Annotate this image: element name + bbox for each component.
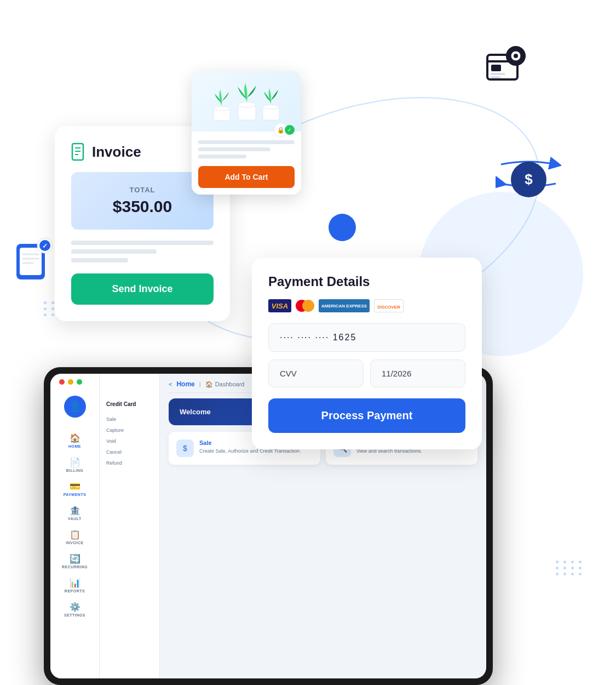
billing-icon: 📄: [70, 457, 80, 467]
svg-rect-2: [491, 65, 501, 71]
welcome-label: Welcome: [180, 408, 211, 416]
sidebar-item-payments[interactable]: 💳 PAYMENTS: [50, 477, 99, 501]
invoice-line-3: [71, 258, 128, 262]
payment-title: Payment Details: [268, 274, 465, 289]
add-to-cart-button[interactable]: Add To Cart: [198, 166, 295, 188]
card-number-field[interactable]: ···· ···· ···· 1625: [268, 323, 465, 352]
vault-icon: 🏦: [70, 505, 80, 516]
sidebar-item-settings[interactable]: ⚙️ SETTINGS: [50, 597, 99, 621]
tablet-sidebar: 👤 🏠 HOME 📄 BILLING 💳 PAYMENTS 🏦 VAULT 📋 …: [50, 374, 100, 678]
svg-rect-10: [506, 54, 510, 58]
menu-title: Credit Card: [106, 401, 153, 407]
svg-rect-11: [521, 54, 526, 58]
sidebar-label-vault: VAULT: [68, 517, 82, 521]
sidebar-item-reports[interactable]: 📊 REPORTS: [50, 573, 99, 597]
svg-rect-9: [514, 61, 517, 66]
expiry-field[interactable]: 11/2026: [370, 359, 465, 387]
svg-rect-8: [514, 46, 517, 50]
sidebar-item-recurring[interactable]: 🔄 RECURRING: [50, 549, 99, 573]
check-icon: ✓: [285, 125, 295, 135]
svg-point-25: [214, 106, 230, 111]
card-logos: VISA AMERICAN EXPRESS DISCOVER: [268, 299, 465, 312]
dollar-symbol: $: [525, 171, 532, 188]
settings-icon: [485, 44, 528, 88]
dashboard-nav-link[interactable]: 🏠 Dashboard: [205, 381, 245, 388]
menu-item-sale[interactable]: Sale: [106, 414, 153, 425]
send-invoice-button[interactable]: Send Invoice: [71, 273, 214, 305]
dot-minimize[interactable]: [68, 379, 73, 385]
amex-logo: AMERICAN EXPRESS: [319, 299, 370, 312]
home-icon: 🏠: [70, 433, 80, 443]
product-line-1: [198, 140, 295, 144]
invoice-lines: [71, 241, 214, 262]
sidebar-item-home[interactable]: 🏠 HOME: [50, 429, 99, 453]
cvv-field[interactable]: CVV: [268, 359, 364, 387]
invoice-doc-icon: [71, 142, 87, 161]
dollar-icon: $: [183, 444, 187, 453]
settings-menu-icon: ⚙️: [70, 602, 80, 612]
svg-text:✓: ✓: [42, 242, 48, 250]
svg-point-29: [263, 105, 279, 109]
dot-close[interactable]: [59, 379, 65, 385]
total-amount: $350.00: [85, 197, 200, 216]
product-image: 🔒 ✓: [192, 71, 301, 132]
mobile-notification-icon: ✓: [12, 236, 61, 285]
reports-icon: 📊: [70, 578, 80, 588]
product-line-2: [198, 147, 270, 151]
dashboard-home-icon: 🏠: [205, 381, 213, 388]
invoice-line-2: [71, 249, 157, 254]
process-payment-button[interactable]: Process Payment: [268, 398, 465, 433]
sidebar-item-invoice[interactable]: 📋 INVOICE: [50, 525, 99, 549]
sidebar-label-home: HOME: [68, 444, 81, 448]
sidebar-label-billing: BILLING: [66, 469, 84, 472]
home-nav-link[interactable]: Home: [176, 380, 194, 388]
menu-item-void[interactable]: Void: [106, 436, 153, 447]
total-label: TOTAL: [85, 186, 200, 194]
svg-rect-13: [20, 248, 42, 275]
sidebar-label-settings: SETTINGS: [64, 613, 85, 617]
plant-image: [208, 78, 285, 125]
dots-pattern-right: [556, 561, 583, 575]
sidebar-label-invoice: INVOICE: [66, 541, 83, 545]
payments-icon: 💳: [70, 481, 80, 492]
sidebar-label-payments: PAYMENTS: [64, 493, 87, 496]
product-card: 🔒 ✓ Add To Cart: [192, 71, 301, 195]
sidebar-label-reports: REPORTS: [65, 589, 85, 593]
svg-point-7: [514, 54, 518, 58]
mastercard-logo: [296, 300, 314, 312]
menu-item-refund[interactable]: Refund: [106, 458, 153, 469]
visa-logo: VISA: [268, 299, 291, 312]
payment-details-card: Payment Details VISA AMERICAN EXPRESS DI…: [252, 258, 482, 449]
card-cvv-expiry-row: CVV 11/2026: [268, 359, 465, 387]
invoice-line-1: [71, 241, 214, 245]
sidebar-label-recurring: RECURRING: [62, 565, 88, 569]
discover-logo: DISCOVER: [374, 299, 404, 312]
product-line-3: [198, 155, 246, 158]
sidebar-item-vault[interactable]: 🏦 VAULT: [50, 501, 99, 525]
invoice-icon: 📋: [70, 529, 80, 540]
user-avatar: 👤: [64, 396, 86, 418]
back-button[interactable]: <: [169, 381, 172, 387]
sidebar-item-billing[interactable]: 📄 BILLING: [50, 453, 99, 477]
tablet-menu: Credit Card Sale Capture Void Cancel Ref…: [100, 374, 160, 678]
dollar-exchange-icon: $: [496, 153, 561, 197]
recurring-icon: 🔄: [70, 553, 80, 564]
breadcrumb-separator: |: [199, 381, 201, 387]
tablet-window-dots: [59, 379, 82, 385]
menu-item-capture[interactable]: Capture: [106, 425, 153, 436]
sale-icon-box: $: [176, 439, 194, 457]
dot-maximize[interactable]: [77, 379, 82, 385]
menu-item-cancel[interactable]: Cancel: [106, 447, 153, 458]
svg-point-27: [238, 102, 256, 107]
